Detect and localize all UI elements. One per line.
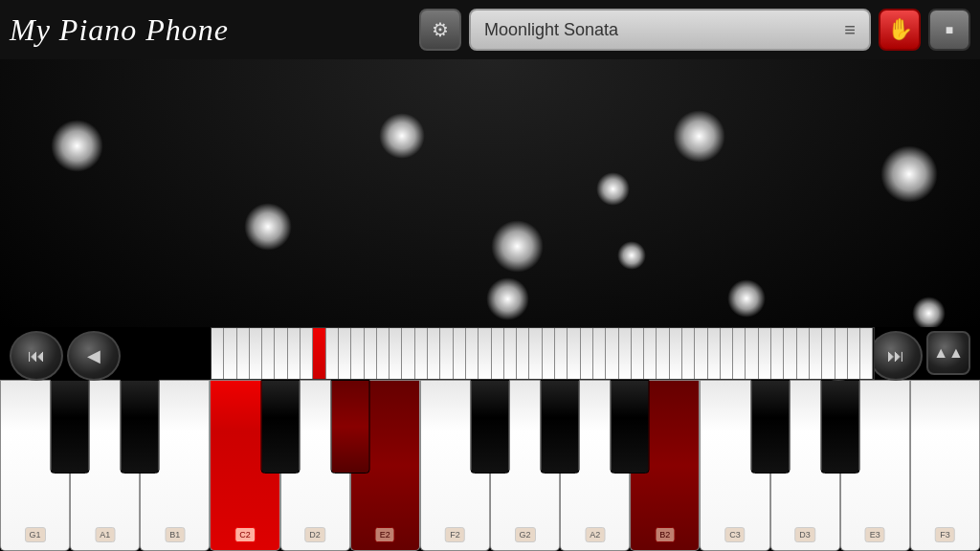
black-key-eb3[interactable] [820,380,859,474]
song-name: Moonlight Sonata [484,20,618,40]
black-key-db3[interactable] [750,380,790,474]
header-controls: ⚙ Moonlight Sonata ≡ ✋ ■ [335,9,970,51]
rewind-icon: ◀ [87,345,100,366]
black-key-ab2[interactable] [541,380,580,474]
glow-dot [51,120,103,172]
hand-icon: ✋ [887,17,913,42]
piano-section: ⏮ ◀ ▶ ⏭ ▲▲ G1A1B1C2D2E2F2G2A2B2C3D3E3F3 [0,327,980,551]
notes-area [0,59,980,327]
glow-dot [880,145,938,203]
black-key-eb2[interactable] [330,380,369,474]
rewind-button[interactable]: ◀ [67,331,121,381]
keyboard: G1A1B1C2D2E2F2G2A2B2C3D3E3F3 [0,380,980,551]
settings-button[interactable]: ⚙ [419,9,461,51]
glow-dot [244,203,292,251]
glow-dot [912,297,946,328]
key-label-f2: F2 [445,527,465,542]
black-key-bb2[interactable] [611,380,650,474]
key-label-g1: G1 [25,527,46,542]
left-controls: ⏮ ◀ [10,331,121,381]
key-label-g2: G2 [515,527,536,542]
rewind-fast-button[interactable]: ⏮ [10,331,63,381]
key-label-b2: B2 [655,527,675,542]
key-label-d3: D3 [794,527,815,542]
glow-dot [491,220,544,273]
key-label-f3: F3 [935,527,955,542]
key-label-a1: A1 [95,527,115,542]
key-label-c2: C2 [234,527,256,542]
glow-dot [673,110,725,163]
stop-button[interactable]: ■ [928,9,970,51]
key-label-a2: A2 [585,527,605,542]
black-key-db2[interactable] [260,380,300,474]
menu-icon[interactable]: ≡ [844,19,856,41]
scroll-button[interactable]: ▲▲ [926,331,970,375]
gear-icon: ⚙ [432,18,449,41]
black-key-ab1[interactable] [51,380,90,474]
key-label-d2: D2 [304,527,325,542]
key-label-e2: E2 [375,527,395,542]
key-label-c3: C3 [724,527,746,542]
black-key-bb1[interactable] [121,380,160,474]
key-label-e3: E3 [865,527,885,542]
mini-keyboard [211,327,875,380]
glow-dot [379,113,425,159]
black-keys [0,380,980,474]
song-title-bar: Moonlight Sonata ≡ [469,9,871,51]
glow-dot [727,279,766,318]
glow-dot [486,277,529,320]
black-key-gb2[interactable] [471,380,510,474]
forward-fast-icon: ⏭ [887,346,904,366]
app-title: My Piano Phone [10,12,335,48]
glow-dot [617,241,646,270]
key-label-b1: B1 [165,527,185,542]
white-key-f3[interactable]: F3 [910,380,980,551]
stop-icon: ■ [946,22,953,37]
hand-button[interactable]: ✋ [879,9,921,51]
scroll-up-icon: ▲▲ [933,344,964,362]
controls-row: ⏮ ◀ ▶ ⏭ ▲▲ [0,327,980,385]
rewind-fast-icon: ⏮ [28,346,45,366]
glow-dot [596,172,630,206]
forward-fast-button[interactable]: ⏭ [869,331,923,381]
header: My Piano Phone ⚙ Moonlight Sonata ≡ ✋ ■ [0,0,980,59]
